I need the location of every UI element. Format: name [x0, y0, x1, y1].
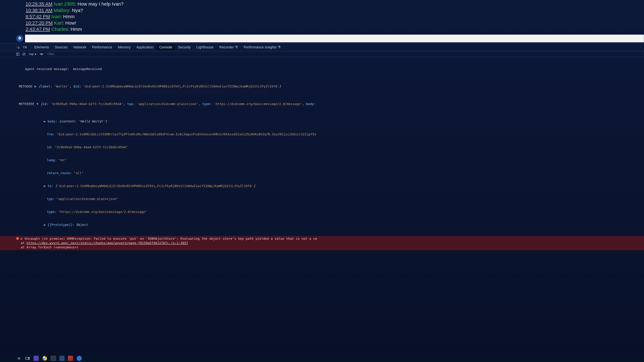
svg-rect-9	[29, 357, 30, 358]
chat-input-row	[0, 33, 644, 43]
error-icon: ✕	[16, 237, 19, 240]
windows-taskbar: ⊞	[0, 355, 644, 362]
app-icon	[34, 356, 39, 361]
chat-message: 8:57:42 PM Ivan: Hmm	[26, 13, 644, 20]
tab-recorder[interactable]: Recorder⚗	[216, 44, 241, 50]
taskbar-app[interactable]	[59, 356, 65, 361]
beaker-icon: ⚗	[235, 45, 238, 49]
console-toolbar: top ▾	[0, 51, 644, 57]
svg-point-7	[41, 54, 42, 54]
object-property: frm: "did:peer:2.Vz6Mki6QLzjV15MErtozfYy…	[19, 132, 644, 136]
start-button[interactable]: ⊞	[16, 356, 22, 361]
error-message: Uncaught (in promise) DOMException: Fail…	[24, 237, 317, 241]
clear-console-icon[interactable]	[22, 52, 26, 56]
chat-message: 10:38:31 AM Mallory: Nya?	[26, 7, 644, 13]
taskbar-app[interactable]	[33, 356, 39, 361]
tab-console[interactable]: Console	[156, 44, 175, 50]
error-stack-prefix: at	[21, 241, 26, 245]
collapse-caret-icon[interactable]: ▼	[36, 102, 38, 106]
gear-icon	[18, 36, 22, 40]
chat-username[interactable]: Ivan	[52, 14, 60, 19]
chat-text: How!	[65, 20, 76, 25]
svg-point-13	[44, 358, 46, 359]
beaker-icon: ⚗	[278, 45, 281, 49]
console-log: METOOOO ▶ {label: 'Walter', did: 'did:pe…	[19, 84, 644, 89]
chat-text: Nya?	[72, 8, 83, 13]
expand-caret-icon[interactable]: ▶	[34, 84, 36, 89]
object-property: typ: "application/didcomm-plain+json"	[19, 197, 644, 201]
app-icon	[68, 356, 73, 361]
chat-input[interactable]	[25, 34, 644, 42]
svg-rect-2	[26, 47, 26, 48]
chat-timestamp[interactable]: 2:43:47 PM	[26, 26, 50, 32]
expand-caret-icon[interactable]: ▶	[44, 184, 48, 188]
chat-timestamp[interactable]: 10:27:20 PM	[26, 20, 53, 25]
error-source-link[interactable]: https://dev.wyvrn.app/_next/static/chunk…	[26, 241, 188, 245]
chat-timestamp[interactable]: 10:29:35 AM	[26, 1, 52, 6]
tab-performance[interactable]: Performance	[89, 44, 115, 50]
chat-panel: 10:29:35 AM Ivan 2305: How may I help Iv…	[0, 0, 644, 33]
console-output: Agent received message: messageReceived …	[0, 57, 644, 236]
chat-username[interactable]: Charles	[52, 26, 68, 32]
context-label: top	[29, 52, 34, 56]
app-icon	[60, 356, 64, 361]
taskview-icon	[26, 357, 30, 360]
device-toggle-icon[interactable]	[23, 45, 27, 49]
chat-message: 10:27:20 PM Karl: How!	[26, 20, 644, 26]
tab-application[interactable]: Application	[134, 44, 156, 50]
app-icon	[77, 356, 82, 361]
console-error: ✕ ▶ Uncaught (in promise) DOMException: …	[0, 236, 644, 250]
svg-line-6	[23, 53, 25, 55]
console-filter-input[interactable]	[46, 52, 644, 56]
context-selector[interactable]: top ▾	[28, 52, 38, 56]
tab-sources[interactable]: Sources	[52, 44, 70, 50]
devtools-tabbar: Elements Sources Network Performance Mem…	[0, 43, 644, 51]
tab-memory[interactable]: Memory	[115, 44, 133, 50]
log-label: METEEEEE	[19, 102, 34, 106]
chat-username[interactable]: Ivan 2305	[54, 1, 75, 6]
taskbar-app[interactable]	[68, 356, 74, 361]
svg-rect-8	[26, 357, 28, 359]
chat-message: 2:43:47 PM Charles: Hmm	[26, 26, 644, 32]
chat-timestamp[interactable]: 8:57:42 PM	[26, 14, 50, 19]
windows-icon: ⊞	[18, 357, 20, 360]
expand-caret-icon[interactable]: ▶	[21, 237, 24, 241]
taskbar-app[interactable]	[50, 356, 56, 361]
taskbar-app[interactable]	[76, 356, 82, 361]
chat-message: 10:29:35 AM Ivan 2305: How may I help Iv…	[26, 1, 644, 7]
tab-performance-insights[interactable]: Performance insights⚗	[241, 44, 284, 50]
error-stack-line: at Array.forEach (<anonymous>)	[21, 245, 78, 249]
tab-security[interactable]: Security	[175, 44, 194, 50]
object-property: ▶ to: ['did:peer:2.Vz6Mkq6msyWH6mLGj5r2G…	[19, 184, 644, 188]
sidebar-toggle-icon[interactable]	[16, 52, 20, 56]
object-property: type: "https://didcomm.org/basicmessage/…	[19, 210, 644, 214]
expand-caret-icon[interactable]: ▶	[44, 223, 48, 227]
svg-rect-10	[29, 359, 30, 360]
taskbar-chrome[interactable]	[42, 356, 48, 361]
tab-elements[interactable]: Elements	[32, 44, 52, 50]
inspect-icon[interactable]	[16, 45, 20, 49]
object-property: id: "3c9b95a5-998a-4da4-b273-fcc2bd5c954…	[19, 145, 644, 149]
chat-timestamp[interactable]: 10:38:31 AM	[26, 8, 52, 13]
svg-rect-1	[23, 46, 26, 48]
object-property: ▶ body: {content: 'Hello World!'}	[19, 119, 644, 123]
app-icon	[51, 356, 56, 361]
object-property: lang: "en"	[19, 158, 644, 162]
console-log: Agent received message: messageReceived	[19, 67, 644, 71]
taskview-button[interactable]	[24, 356, 30, 361]
console-log: METEEEEE ▼ {id: '3c9b95a5-998a-4da4-b273…	[19, 102, 644, 106]
chat-username[interactable]: Mallory	[54, 8, 69, 13]
chat-text: Hmm	[63, 14, 74, 19]
chevron-down-icon: ▾	[35, 52, 36, 56]
live-expression-icon[interactable]	[40, 52, 44, 56]
expand-caret-icon[interactable]: ▶	[44, 119, 48, 123]
chat-username[interactable]: Karl	[54, 20, 62, 25]
chat-text: Hmm	[70, 26, 82, 32]
svg-rect-3	[16, 53, 19, 55]
chrome-icon	[42, 356, 47, 361]
settings-button[interactable]	[16, 35, 23, 42]
tab-lighthouse[interactable]: Lighthouse	[194, 44, 216, 50]
tab-network[interactable]: Network	[70, 44, 89, 50]
object-property: return_route: "all"	[19, 171, 644, 175]
log-label: METOOOO	[19, 84, 32, 89]
